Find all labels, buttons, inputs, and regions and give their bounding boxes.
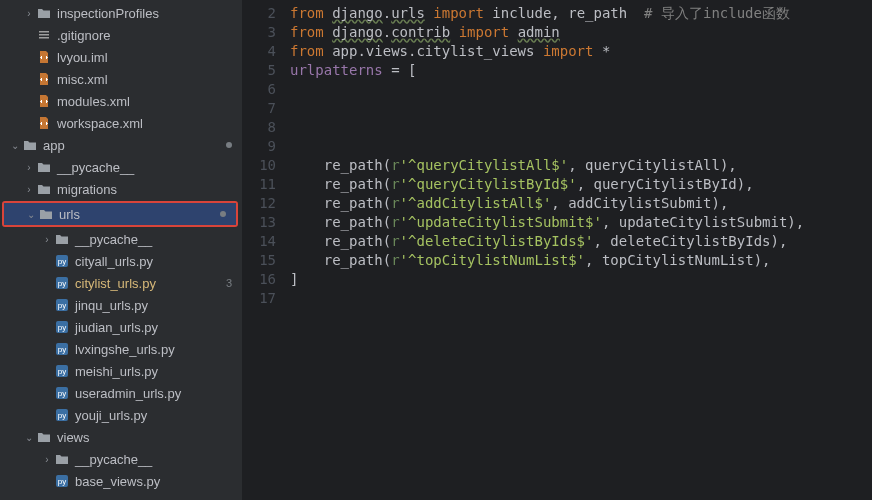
line-number: 13 [242, 213, 276, 232]
folder-icon [54, 231, 70, 247]
py-icon: py [54, 319, 70, 335]
tree-folder-__pycache__[interactable]: ›__pycache__ [0, 228, 242, 250]
tree-file-lvxingshe_urls.py[interactable]: pylvxingshe_urls.py [0, 338, 242, 360]
tree-file-workspace.xml[interactable]: workspace.xml [0, 112, 242, 134]
tree-item-label: workspace.xml [57, 116, 242, 131]
line-gutter: 234567891011121314151617 [242, 0, 290, 500]
xml-icon [36, 93, 52, 109]
line-number: 7 [242, 99, 276, 118]
code-line[interactable] [290, 99, 872, 118]
line-number: 14 [242, 232, 276, 251]
line-number: 17 [242, 289, 276, 308]
tree-folder-app[interactable]: ⌄app [0, 134, 242, 156]
tree-item-label: citylist_urls.py [75, 276, 226, 291]
line-number: 8 [242, 118, 276, 137]
tree-file-jiudian_urls.py[interactable]: pyjiudian_urls.py [0, 316, 242, 338]
tree-item-label: lvyou.iml [57, 50, 242, 65]
chevron-icon: › [22, 184, 36, 195]
tree-file-base_views.py[interactable]: pybase_views.py [0, 470, 242, 492]
code-line[interactable] [290, 137, 872, 156]
tree-folder-inspectionProfiles[interactable]: ›inspectionProfiles [0, 2, 242, 24]
code-line[interactable]: ] [290, 270, 872, 289]
tree-file-youji_urls.py[interactable]: pyyouji_urls.py [0, 404, 242, 426]
folder-icon [54, 451, 70, 467]
folder-icon [36, 181, 52, 197]
svg-rect-1 [39, 34, 49, 36]
chevron-icon: ⌄ [22, 432, 36, 443]
code-line[interactable]: re_path(r'^queryCitylistAll$', queryCity… [290, 156, 872, 175]
code-line[interactable]: from django.urls import include, re_path… [290, 4, 872, 23]
tree-item-label: youji_urls.py [75, 408, 242, 423]
code-editor[interactable]: 234567891011121314151617 from django.url… [242, 0, 872, 500]
tree-file-cityall_urls.py[interactable]: pycityall_urls.py [0, 250, 242, 272]
tree-item-label: cityall_urls.py [75, 254, 242, 269]
line-number: 2 [242, 4, 276, 23]
folder-icon [38, 206, 54, 222]
code-line[interactable]: re_path(r'^deleteCitylistByIds$', delete… [290, 232, 872, 251]
modified-dot-icon [220, 211, 226, 217]
code-line[interactable] [290, 80, 872, 99]
line-number: 3 [242, 23, 276, 42]
tree-folder-migrations[interactable]: ›migrations [0, 178, 242, 200]
code-line[interactable]: urlpatterns = [ [290, 61, 872, 80]
svg-text:py: py [58, 477, 66, 486]
tree-file-modules.xml[interactable]: modules.xml [0, 90, 242, 112]
code-line[interactable]: re_path(r'^queryCitylistById$', queryCit… [290, 175, 872, 194]
tree-item-label: urls [59, 207, 220, 222]
xml-icon [36, 71, 52, 87]
svg-rect-0 [39, 31, 49, 33]
tree-file-meishi_urls.py[interactable]: pymeishi_urls.py [0, 360, 242, 382]
project-tree[interactable]: ›inspectionProfiles.gitignorelvyou.imlmi… [0, 0, 242, 500]
tree-file-citylist_urls.py[interactable]: pycitylist_urls.py3 [0, 272, 242, 294]
highlight-annotation: ⌄urls [2, 201, 238, 227]
line-number: 4 [242, 42, 276, 61]
code-line[interactable]: from django.contrib import admin [290, 23, 872, 42]
folder-icon [36, 159, 52, 175]
svg-text:py: py [58, 389, 66, 398]
chevron-icon: › [22, 162, 36, 173]
chevron-icon: ⌄ [8, 140, 22, 151]
tree-folder-__pycache__[interactable]: ›__pycache__ [0, 156, 242, 178]
tree-file-.gitignore[interactable]: .gitignore [0, 24, 242, 46]
gitignore-icon [36, 27, 52, 43]
svg-text:py: py [58, 367, 66, 376]
tree-folder-__pycache__[interactable]: ›__pycache__ [0, 448, 242, 470]
tree-item-label: inspectionProfiles [57, 6, 242, 21]
code-line[interactable] [290, 289, 872, 308]
code-line[interactable]: from app.views.citylist_views import * [290, 42, 872, 61]
tree-item-label: jiudian_urls.py [75, 320, 242, 335]
py-icon: py [54, 407, 70, 423]
py-icon: py [54, 363, 70, 379]
svg-text:py: py [58, 257, 66, 266]
line-number: 10 [242, 156, 276, 175]
tree-file-misc.xml[interactable]: misc.xml [0, 68, 242, 90]
tree-item-label: migrations [57, 182, 242, 197]
code-line[interactable]: re_path(r'^topCitylistNumList$', topCity… [290, 251, 872, 270]
code-area[interactable]: from django.urls import include, re_path… [290, 0, 872, 500]
folder-icon [36, 429, 52, 445]
tree-item-label: __pycache__ [75, 452, 242, 467]
chevron-icon: › [40, 234, 54, 245]
chevron-icon: ⌄ [24, 209, 38, 220]
line-number: 16 [242, 270, 276, 289]
tree-file-useradmin_urls.py[interactable]: pyuseradmin_urls.py [0, 382, 242, 404]
code-line[interactable]: re_path(r'^updateCitylistSubmit$', updat… [290, 213, 872, 232]
line-number: 9 [242, 137, 276, 156]
line-number: 6 [242, 80, 276, 99]
line-number: 12 [242, 194, 276, 213]
svg-rect-2 [39, 37, 49, 39]
py-icon: py [54, 253, 70, 269]
tree-item-label: modules.xml [57, 94, 242, 109]
tree-item-label: views [57, 430, 242, 445]
tree-file-jinqu_urls.py[interactable]: pyjinqu_urls.py [0, 294, 242, 316]
tree-item-label: base_views.py [75, 474, 242, 489]
svg-text:py: py [58, 279, 66, 288]
py-icon: py [54, 341, 70, 357]
tree-file-lvyou.iml[interactable]: lvyou.iml [0, 46, 242, 68]
tree-folder-views[interactable]: ⌄views [0, 426, 242, 448]
change-badge: 3 [226, 277, 232, 289]
modified-dot-icon [226, 142, 232, 148]
tree-folder-urls[interactable]: ⌄urls [4, 203, 236, 225]
code-line[interactable] [290, 118, 872, 137]
code-line[interactable]: re_path(r'^addCitylistAll$', addCitylist… [290, 194, 872, 213]
